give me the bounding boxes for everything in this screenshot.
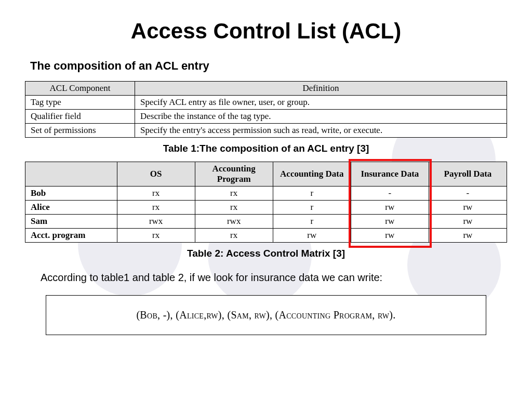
col-header: Payroll Data <box>429 162 507 187</box>
table-row: OS Accounting Program Accounting Data In… <box>25 162 507 187</box>
cell: Alice <box>25 201 117 215</box>
col-header: Accounting Data <box>273 162 351 187</box>
cell: Set of permissions <box>25 124 135 138</box>
cell: Describe the instance of the tag type. <box>135 110 507 124</box>
col-header: Accounting Program <box>195 162 273 187</box>
table-row: Bob rx rx r - - <box>25 187 507 201</box>
cell: rw <box>351 229 429 243</box>
cell: rwx <box>195 215 273 229</box>
cell: rw <box>351 215 429 229</box>
table2-caption: Table 2: Access Control Matrix [3] <box>25 248 507 259</box>
cell: - <box>429 187 507 201</box>
cell: rx <box>117 229 195 243</box>
col-header: OS <box>117 162 195 187</box>
cell: rw <box>429 201 507 215</box>
table-row: Acct. program rx rx rw rw rw <box>25 229 507 243</box>
cell: Acct. program <box>25 229 117 243</box>
cell: Tag type <box>25 96 135 110</box>
explain-line: According to table1 and table 2, if we l… <box>41 272 507 284</box>
cell: Bob <box>25 187 117 201</box>
col-header <box>25 162 117 187</box>
cell: r <box>273 215 351 229</box>
cell: rw <box>429 229 507 243</box>
table-access-control-matrix: OS Accounting Program Accounting Data In… <box>25 162 507 243</box>
acl-result-box: (Bob, -), (Alice,rw), (Sam, rw), (Accoun… <box>46 295 486 335</box>
cell: r <box>273 187 351 201</box>
col-header: Definition <box>135 82 507 96</box>
cell: rx <box>117 201 195 215</box>
cell: - <box>351 187 429 201</box>
col-header: ACL Component <box>25 82 135 96</box>
cell: Qualifier field <box>25 110 135 124</box>
cell: rw <box>273 229 351 243</box>
cell: rx <box>195 187 273 201</box>
table-row: Sam rwx rwx r rw rw <box>25 215 507 229</box>
col-header: Insurance Data <box>351 162 429 187</box>
table-row: Qualifier field Describe the instance of… <box>25 110 507 124</box>
table-row: Set of permissions Specify the entry's a… <box>25 124 507 138</box>
table-row: ACL Component Definition <box>25 82 507 96</box>
cell: r <box>273 201 351 215</box>
table-acl-composition: ACL Component Definition Tag type Specif… <box>25 81 507 138</box>
table-row: Alice rx rx r rw rw <box>25 201 507 215</box>
table1-caption: Table 1:The composition of an ACL entry … <box>25 143 507 154</box>
cell: Specify the entry's access permission su… <box>135 124 507 138</box>
slide-title: Access Control List (ACL) <box>25 19 507 44</box>
table-row: Tag type Specify ACL entry as file owner… <box>25 96 507 110</box>
cell: rw <box>351 201 429 215</box>
cell: rx <box>195 201 273 215</box>
slide-subtitle: The composition of an ACL entry <box>30 59 507 73</box>
cell: rwx <box>117 215 195 229</box>
cell: Sam <box>25 215 117 229</box>
cell: rw <box>429 215 507 229</box>
cell: rx <box>117 187 195 201</box>
cell: rx <box>195 229 273 243</box>
cell: Specify ACL entry as file owner, user, o… <box>135 96 507 110</box>
